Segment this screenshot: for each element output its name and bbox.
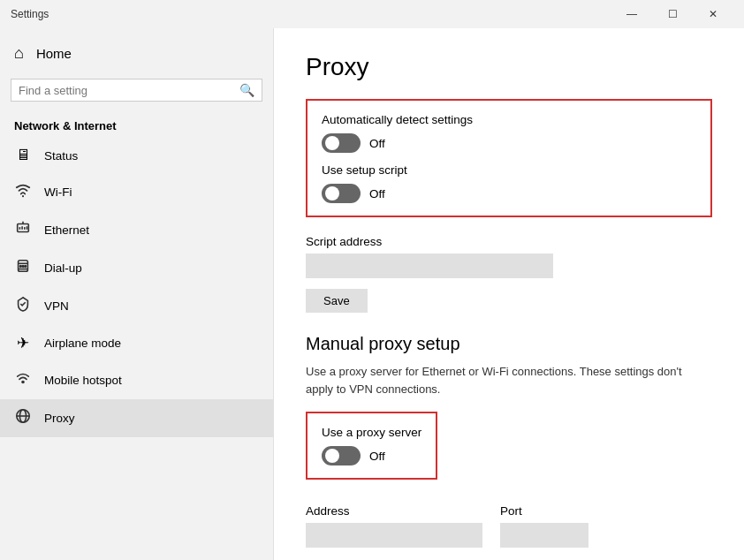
- sidebar-item-status[interactable]: 🖥 Status: [0, 138, 273, 173]
- detect-label: Automatically detect settings: [322, 113, 696, 126]
- use-proxy-label: Use a proxy server: [322, 426, 421, 439]
- search-box: 🔍: [11, 79, 262, 102]
- sidebar-item-hotspot[interactable]: Mobile hotspot: [0, 361, 273, 399]
- sidebar-item-label: Status: [44, 149, 78, 163]
- window-controls: — ☐ ✕: [611, 0, 733, 28]
- use-proxy-toggle[interactable]: [322, 446, 361, 465]
- use-proxy-section: Use a proxy server Off: [306, 412, 437, 480]
- detect-toggle[interactable]: [322, 133, 361, 153]
- sidebar-item-wifi[interactable]: Wi-Fi: [0, 173, 273, 211]
- script-toggle-row: Off: [322, 184, 696, 203]
- airplane-icon: ✈: [14, 334, 32, 352]
- sidebar-item-ethernet[interactable]: Ethernet: [0, 211, 273, 249]
- window-title: Settings: [11, 8, 49, 20]
- status-icon: 🖥: [14, 147, 32, 164]
- address-port-row: Address Port: [306, 504, 712, 548]
- main-content: Proxy Automatically detect settings Off …: [274, 28, 744, 560]
- sidebar: ⌂ Home 🔍 Network & Internet 🖥 Status Wi-…: [0, 28, 274, 560]
- sidebar-item-proxy[interactable]: Proxy: [0, 399, 273, 437]
- address-label: Address: [306, 504, 482, 518]
- use-proxy-toggle-row: Off: [322, 446, 421, 465]
- sidebar-item-label: Mobile hotspot: [44, 374, 122, 387]
- search-icon: 🔍: [239, 83, 254, 97]
- script-label: Use setup script: [322, 163, 696, 177]
- sidebar-item-label: Proxy: [44, 412, 75, 425]
- maximize-button[interactable]: ☐: [652, 0, 693, 28]
- sidebar-item-home[interactable]: ⌂ Home: [0, 35, 273, 72]
- search-input[interactable]: [19, 84, 239, 97]
- close-button[interactable]: ✕: [693, 0, 733, 28]
- manual-proxy-description: Use a proxy server for Ethernet or Wi-Fi…: [306, 363, 712, 397]
- sidebar-section-title: Network & Internet: [0, 112, 273, 138]
- svg-point-13: [21, 381, 25, 384]
- home-label: Home: [36, 46, 72, 61]
- title-bar: Settings — ☐ ✕: [0, 0, 744, 28]
- home-icon: ⌂: [14, 44, 24, 63]
- detect-toggle-row: Off: [322, 133, 696, 153]
- app-body: ⌂ Home 🔍 Network & Internet 🖥 Status Wi-…: [0, 28, 744, 560]
- port-group: Port: [500, 504, 588, 548]
- sidebar-item-label: VPN: [44, 299, 69, 313]
- auto-proxy-section: Automatically detect settings Off Use se…: [306, 99, 712, 217]
- manual-proxy-title: Manual proxy setup: [306, 334, 712, 354]
- sidebar-item-dialup[interactable]: Dial-up: [0, 249, 273, 287]
- sidebar-item-label: Ethernet: [44, 223, 89, 237]
- vpn-icon: [14, 296, 32, 316]
- page-title: Proxy: [306, 53, 712, 81]
- use-proxy-toggle-label: Off: [369, 450, 385, 463]
- port-input[interactable]: [500, 523, 588, 548]
- port-label: Port: [500, 504, 588, 518]
- sidebar-item-label: Airplane mode: [44, 337, 121, 350]
- sidebar-item-label: Dial-up: [44, 261, 82, 275]
- ethernet-icon: [14, 220, 32, 240]
- address-group: Address: [306, 504, 482, 548]
- wifi-icon: [14, 182, 32, 202]
- address-input[interactable]: [306, 523, 482, 548]
- sidebar-item-airplane[interactable]: ✈ Airplane mode: [0, 325, 273, 361]
- svg-point-10: [19, 266, 21, 268]
- save-button[interactable]: Save: [306, 289, 368, 313]
- sidebar-item-label: Wi-Fi: [44, 185, 72, 199]
- dialup-icon: [14, 258, 32, 278]
- sidebar-item-vpn[interactable]: VPN: [0, 287, 273, 325]
- proxy-icon: [14, 408, 32, 428]
- script-address-label: Script address: [306, 235, 712, 248]
- script-address-input[interactable]: [306, 254, 553, 278]
- svg-point-12: [25, 266, 27, 268]
- script-toggle[interactable]: [322, 184, 361, 203]
- svg-point-0: [22, 195, 24, 197]
- detect-toggle-label: Off: [369, 137, 385, 150]
- svg-point-11: [22, 266, 24, 268]
- script-toggle-label: Off: [369, 187, 385, 201]
- minimize-button[interactable]: —: [611, 0, 652, 28]
- hotspot-icon: [14, 370, 32, 390]
